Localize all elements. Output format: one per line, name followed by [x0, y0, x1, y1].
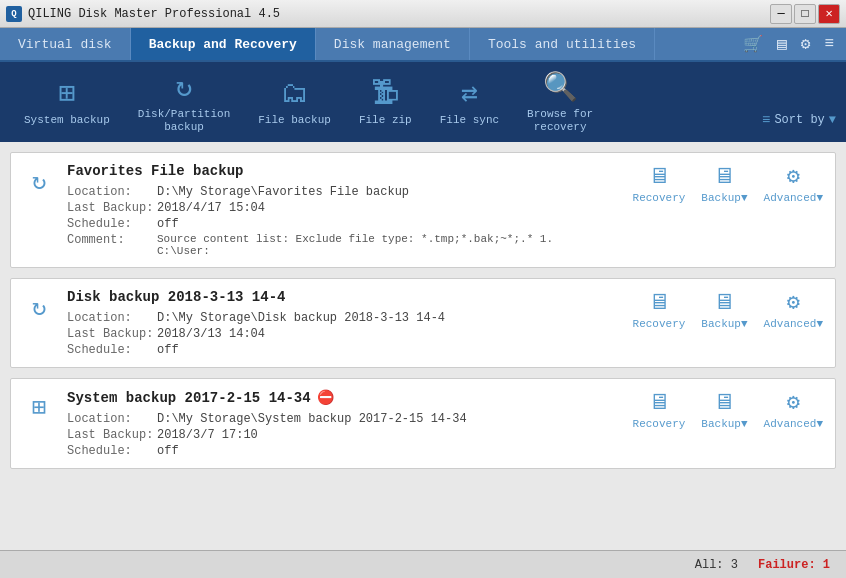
sort-label: Sort by: [774, 113, 824, 127]
disk-partition-label: Disk/Partitionbackup: [138, 108, 230, 134]
backup-button-disk2018[interactable]: 🖥 Backup▼: [701, 289, 747, 330]
backup-icon-3: 🖥: [713, 389, 735, 416]
action-group-favorites: 🖥 Recovery 🖥 Backup▼ ⚙ Advanced▼: [633, 163, 823, 204]
browse-recovery-label: Browse forrecovery: [527, 108, 593, 134]
location-value-3: D:\My Storage\System backup 2017-2-15 14…: [157, 412, 611, 426]
nav-tabs: Virtual disk Backup and Recovery Disk ma…: [0, 28, 846, 62]
recovery-icon-3: 🖥: [648, 389, 670, 416]
comment-label: Comment:: [67, 233, 157, 257]
warning-icon: ⛔: [317, 389, 334, 406]
card-title-favorites: Favorites File backup: [67, 163, 611, 179]
maximize-button[interactable]: □: [794, 4, 816, 24]
advanced-button-disk2018[interactable]: ⚙ Advanced▼: [764, 289, 823, 330]
file-backup-label: File backup: [258, 114, 331, 127]
system-backup-label: System backup: [24, 114, 110, 127]
nav-icon-group: 🛒 ▤ ⚙ ≡: [739, 28, 846, 60]
file-sync-label: File sync: [440, 114, 499, 127]
last-backup-value-2: 2018/3/13 14:04: [157, 327, 611, 341]
file-zip-label: File zip: [359, 114, 412, 127]
sort-bar[interactable]: ≡ Sort by ▼: [762, 112, 836, 136]
backup-card-system2017: ⊞ System backup 2017-2-15 14-34 ⛔ Locati…: [10, 378, 836, 469]
advanced-icon: ⚙: [787, 163, 800, 190]
tool-browse-recovery[interactable]: 🔍 Browse forrecovery: [513, 64, 607, 140]
cart-icon[interactable]: 🛒: [739, 32, 767, 56]
advanced-icon-3: ⚙: [787, 389, 800, 416]
window-controls: ─ □ ✕: [770, 4, 840, 24]
tool-file-sync[interactable]: ⇄ File sync: [426, 70, 513, 133]
menu-icon[interactable]: ≡: [820, 33, 838, 55]
window-title: QILING Disk Master Professional 4.5: [28, 7, 770, 21]
file-sync-icon: ⇄: [461, 76, 478, 110]
schedule-label-2: Schedule:: [67, 343, 157, 357]
recovery-button-disk2018[interactable]: 🖥 Recovery: [633, 289, 686, 330]
tab-backup-recovery[interactable]: Backup and Recovery: [131, 28, 316, 60]
status-failure: Failure: 1: [758, 558, 830, 572]
minimize-button[interactable]: ─: [770, 4, 792, 24]
card-actions-favorites: 🖥 Recovery 🖥 Backup▼ ⚙ Advanced▼: [633, 163, 823, 204]
schedule-value-3: off: [157, 444, 611, 458]
recovery-button-system2017[interactable]: 🖥 Recovery: [633, 389, 686, 430]
card-actions-system2017: 🖥 Recovery 🖥 Backup▼ ⚙ Advanced▼: [633, 389, 823, 430]
last-backup-value: 2018/4/17 15:04: [157, 201, 611, 215]
card-icon-system2017: ⊞: [23, 393, 55, 422]
status-all: All: 3: [695, 558, 738, 572]
location-value: D:\My Storage\Favorites File backup: [157, 185, 611, 199]
settings-icon[interactable]: ⚙: [797, 32, 815, 56]
last-backup-label-3: Last Backup:: [67, 428, 157, 442]
recovery-icon-2: 🖥: [648, 289, 670, 316]
card-icon-favorites: ↻: [23, 167, 55, 196]
card-meta-system2017: Location: D:\My Storage\System backup 20…: [67, 412, 611, 458]
recovery-icon: 🖥: [648, 163, 670, 190]
backup-icon: 🖥: [713, 163, 735, 190]
titlebar: Q QILING Disk Master Professional 4.5 ─ …: [0, 0, 846, 28]
card-actions-disk2018: 🖥 Recovery 🖥 Backup▼ ⚙ Advanced▼: [633, 289, 823, 330]
card-icon-disk2018: ↻: [23, 293, 55, 322]
toolbar: ⊞ System backup ↻ Disk/Partitionbackup 🗂…: [0, 62, 846, 142]
action-group-disk2018: 🖥 Recovery 🖥 Backup▼ ⚙ Advanced▼: [633, 289, 823, 330]
last-backup-value-3: 2018/3/7 17:10: [157, 428, 611, 442]
advanced-button-favorites[interactable]: ⚙ Advanced▼: [764, 163, 823, 204]
tab-disk-management[interactable]: Disk management: [316, 28, 470, 60]
card-body-disk2018: Disk backup 2018-3-13 14-4 Location: D:\…: [67, 289, 611, 357]
system-backup-icon: ⊞: [58, 76, 75, 110]
tool-file-backup[interactable]: 🗂 File backup: [244, 70, 345, 133]
card-meta-favorites: Location: D:\My Storage\Favorites File b…: [67, 185, 611, 257]
file-zip-icon: 🗜: [371, 76, 399, 110]
location-label: Location:: [67, 185, 157, 199]
advanced-icon-2: ⚙: [787, 289, 800, 316]
action-group-system2017: 🖥 Recovery 🖥 Backup▼ ⚙ Advanced▼: [633, 389, 823, 430]
backup-icon-2: 🖥: [713, 289, 735, 316]
schedule-label: Schedule:: [67, 217, 157, 231]
app-icon: Q: [6, 6, 22, 22]
backup-card-disk2018: ↻ Disk backup 2018-3-13 14-4 Location: D…: [10, 278, 836, 368]
sort-dropdown-icon: ▼: [829, 113, 836, 127]
advanced-button-system2017[interactable]: ⚙ Advanced▼: [764, 389, 823, 430]
tab-tools-utilities[interactable]: Tools and utilities: [470, 28, 655, 60]
card-meta-disk2018: Location: D:\My Storage\Disk backup 2018…: [67, 311, 611, 357]
schedule-label-3: Schedule:: [67, 444, 157, 458]
file-backup-icon: 🗂: [281, 76, 309, 110]
recovery-button-favorites[interactable]: 🖥 Recovery: [633, 163, 686, 204]
close-button[interactable]: ✕: [818, 4, 840, 24]
tool-disk-partition-backup[interactable]: ↻ Disk/Partitionbackup: [124, 64, 244, 140]
location-value-2: D:\My Storage\Disk backup 2018-3-13 14-4: [157, 311, 611, 325]
statusbar: All: 3 Failure: 1: [0, 550, 846, 578]
browse-recovery-icon: 🔍: [543, 70, 578, 104]
tool-system-backup[interactable]: ⊞ System backup: [10, 70, 124, 133]
list-icon[interactable]: ▤: [773, 32, 791, 56]
comment-value: Source content list: Exclude file type: …: [157, 233, 611, 257]
backup-button-favorites[interactable]: 🖥 Backup▼: [701, 163, 747, 204]
tool-file-zip[interactable]: 🗜 File zip: [345, 70, 426, 133]
last-backup-label: Last Backup:: [67, 201, 157, 215]
last-backup-label-2: Last Backup:: [67, 327, 157, 341]
backup-button-system2017[interactable]: 🖥 Backup▼: [701, 389, 747, 430]
sort-icon: ≡: [762, 112, 770, 128]
location-label-3: Location:: [67, 412, 157, 426]
card-title-system2017: System backup 2017-2-15 14-34 ⛔: [67, 389, 611, 406]
schedule-value-2: off: [157, 343, 611, 357]
tab-virtual-disk[interactable]: Virtual disk: [0, 28, 131, 60]
card-body-favorites: Favorites File backup Location: D:\My St…: [67, 163, 611, 257]
schedule-value: off: [157, 217, 611, 231]
backup-card-favorites: ↻ Favorites File backup Location: D:\My …: [10, 152, 836, 268]
backup-list: ↻ Favorites File backup Location: D:\My …: [0, 142, 846, 550]
